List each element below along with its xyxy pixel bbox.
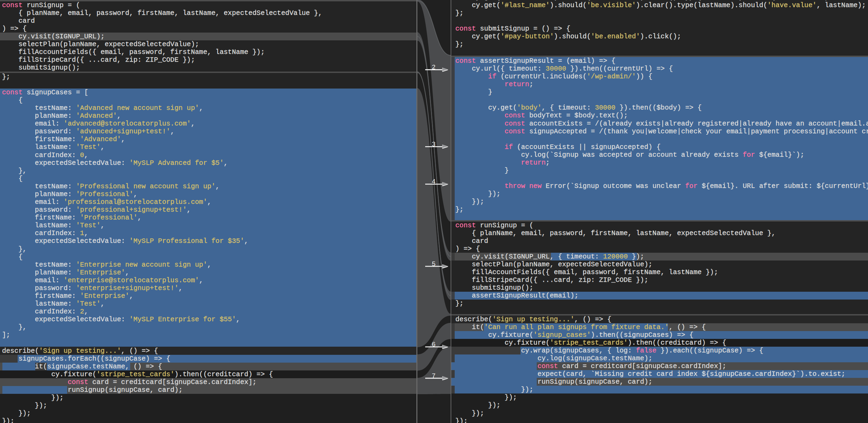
svg-text:2: 2 [432,63,435,71]
svg-text:7: 7 [432,372,435,379]
svg-text:4: 4 [432,178,435,185]
svg-text:3: 3 [432,140,435,148]
svg-text:6: 6 [432,341,435,348]
svg-text:5: 5 [432,260,435,267]
